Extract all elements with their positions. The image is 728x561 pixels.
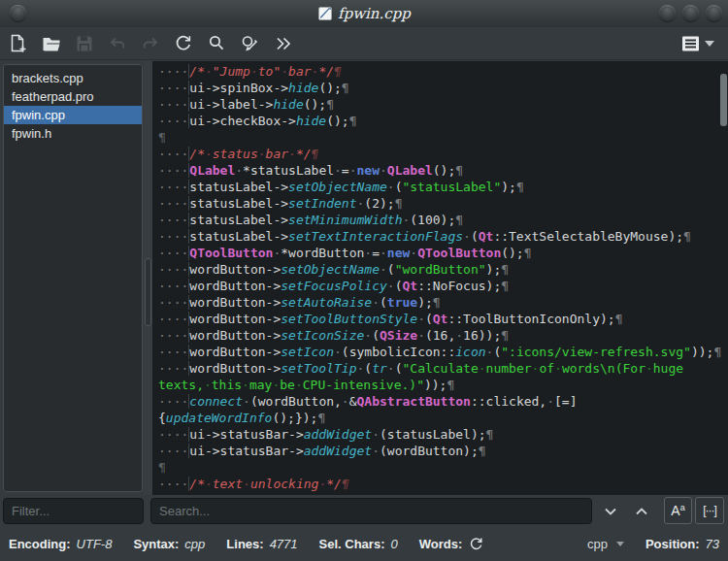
main-menu-button[interactable] — [680, 34, 722, 53]
reload-button[interactable] — [171, 31, 196, 56]
code-line: ····ui->label->hide();¶ — [158, 96, 728, 113]
chevron-down-icon — [603, 504, 618, 519]
editor-scrollbar-thumb[interactable] — [720, 74, 727, 126]
code-line: ····wordButton->setToolButtonStyle·(Qt::… — [158, 311, 728, 327]
double-chevron-right-icon — [272, 33, 293, 54]
search-button[interactable] — [204, 31, 229, 56]
code-line: ····wordButton->setIcon·(symbolicIcon::i… — [158, 344, 728, 360]
chevron-up-icon — [634, 504, 649, 519]
words-status: Words: — [419, 536, 485, 552]
new-document-button[interactable] — [6, 31, 31, 56]
toolbar-buttons — [6, 31, 295, 56]
file-item[interactable]: brackets.cpp — [4, 69, 142, 87]
window-title: fpwin.cpp — [317, 5, 411, 22]
status-bar: Encoding: UTF-8 Syntax: cpp Lines: 4771 … — [0, 526, 728, 561]
window-close-button[interactable] — [706, 5, 722, 21]
redo-button — [138, 31, 163, 56]
find-replace-button[interactable] — [237, 31, 262, 56]
undo-arrow-icon — [107, 33, 128, 54]
match-case-button[interactable]: Aa — [664, 497, 692, 524]
window-maximize-button[interactable] — [682, 5, 699, 21]
code-area: ····/*·"Jump·to"·bar·*/¶····ui->spinBox-… — [152, 61, 728, 492]
position-status: Position: 73 — [645, 537, 719, 551]
magnifier-icon — [206, 33, 227, 54]
search-input[interactable] — [150, 498, 592, 524]
code-line: texts,·this·may·be·CPU-intensive.)"));¶ — [158, 377, 728, 393]
hamburger-menu-icon — [680, 34, 701, 53]
code-line: ····connect·(wordButton,·&QAbstractButto… — [158, 393, 728, 410]
code-line: ····/*·"Jump·to"·bar·*/¶ — [158, 63, 728, 80]
encoding-status: Encoding: UTF-8 — [9, 537, 112, 551]
code-line: ····QLabel·*statusLabel·=·new·QLabel();¶ — [158, 162, 728, 179]
refresh-words-button[interactable] — [468, 536, 484, 552]
code-line: ····wordButton->setToolTip·(tr·("Calcula… — [158, 360, 728, 377]
save-floppy-icon — [74, 33, 95, 54]
find-next-button[interactable] — [598, 499, 623, 524]
whole-word-icon: [···] — [703, 504, 716, 517]
code-line: ····wordButton->setFocusPolicy·(Qt::NoFo… — [158, 278, 728, 294]
splitter-handle[interactable] — [144, 61, 152, 495]
whole-word-button[interactable]: [···] — [695, 497, 724, 524]
lines-status: Lines: 4771 — [226, 537, 297, 551]
syntax-status: Syntax: cpp — [133, 537, 205, 551]
code-line: ····ui->statusBar->addWidget·(statusLabe… — [158, 426, 728, 443]
find-previous-button[interactable] — [629, 499, 654, 524]
code-line: ····statusLabel->setTextInteractionFlags… — [158, 228, 728, 245]
file-list: brackets.cppfeatherpad.profpwin.cppfpwin… — [3, 64, 143, 492]
jump-commands-button[interactable] — [270, 31, 295, 56]
open-file-button[interactable] — [39, 31, 64, 56]
code-line: ····ui->spinBox->hide();¶ — [158, 80, 728, 96]
code-line: ····statusLabel->setObjectName·("statusL… — [158, 179, 728, 195]
undo-button — [105, 31, 130, 56]
filter-input[interactable] — [3, 498, 144, 524]
save-button — [72, 31, 97, 56]
code-line: {updateWordInfo();});¶ — [158, 410, 728, 426]
file-item[interactable]: fpwin.h — [4, 124, 142, 143]
search-bar: Aa [···] — [0, 495, 728, 526]
code-line: ····ui->checkBox->hide();¶ — [158, 113, 728, 129]
open-folder-icon — [41, 33, 62, 54]
syntax-combobox[interactable]: cpp — [587, 537, 624, 551]
app-icon — [317, 6, 333, 21]
reload-circular-arrow-icon — [173, 33, 194, 54]
code-line: ····/*·text·unlocking·*/¶ — [158, 476, 728, 492]
window-minimize-button[interactable] — [659, 5, 676, 21]
titlebar: fpwin.cpp — [0, 0, 728, 27]
new-document-icon — [8, 33, 29, 54]
code-line: ····/*·status·bar·*/¶ — [158, 146, 728, 162]
code-line: ····wordButton->setAutoRaise·(true);¶ — [158, 294, 728, 311]
code-line: ¶ — [158, 129, 728, 146]
code-line: ····wordButton->setIconSize·(QSize·(16,·… — [158, 327, 728, 344]
window-menu-button[interactable] — [10, 5, 26, 21]
code-line: ····QToolButton·*wordButton·=·new·QToolB… — [158, 245, 728, 261]
redo-arrow-icon — [140, 33, 161, 54]
file-item[interactable]: fpwin.cpp — [4, 106, 142, 124]
selected-chars-status: Sel. Chars: 0 — [319, 537, 398, 551]
code-line: ····ui->statusBar->addWidget·(wordButton… — [158, 443, 728, 459]
magnifier-pencil-icon — [239, 33, 260, 54]
chevron-down-icon — [616, 542, 624, 546]
code-line: ¶ — [158, 459, 728, 476]
chevron-down-icon — [705, 41, 714, 47]
text-editor[interactable]: ····/*·"Jump·to"·bar·*/¶····ui->spinBox-… — [152, 61, 728, 495]
toolbar — [0, 27, 728, 60]
code-line: ····statusLabel->setIndent·(2);¶ — [158, 195, 728, 212]
code-line: ····wordButton->setObjectName·("wordButt… — [158, 261, 728, 278]
code-line: ····statusLabel->setMinimumWidth·(100);¶ — [158, 212, 728, 228]
main-content: brackets.cppfeatherpad.profpwin.cppfpwin… — [0, 61, 728, 495]
file-item[interactable]: featherpad.pro — [4, 87, 142, 106]
splitter-grip[interactable] — [145, 258, 151, 326]
